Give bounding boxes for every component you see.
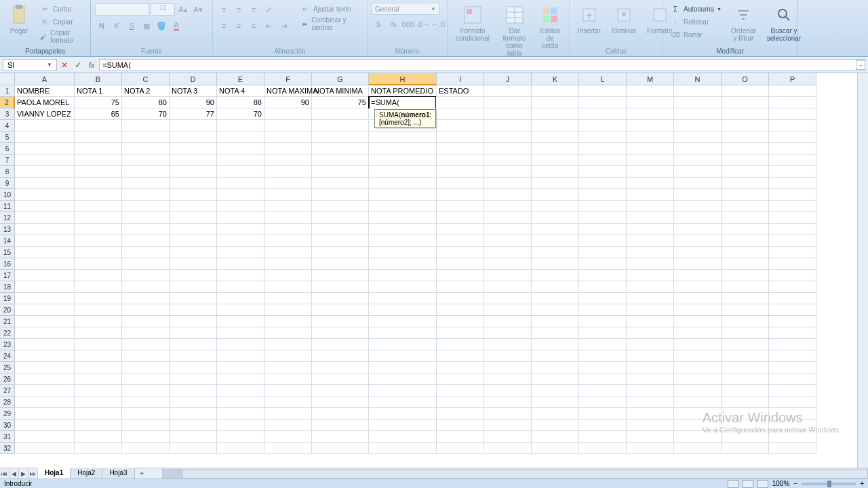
cell[interactable]	[15, 224, 75, 235]
cell[interactable]	[75, 385, 122, 396]
cell[interactable]	[437, 304, 484, 316]
cell[interactable]	[579, 293, 627, 304]
cell[interactable]	[627, 420, 674, 431]
cell[interactable]	[769, 316, 816, 327]
cell[interactable]	[15, 189, 75, 201]
cell[interactable]	[312, 443, 369, 454]
format-table-button[interactable]: Dar formato como tabla	[496, 3, 532, 58]
cell[interactable]: NOTA PROMEDIO	[369, 85, 437, 97]
cell[interactable]	[484, 224, 532, 235]
cell[interactable]	[217, 143, 264, 155]
cell[interactable]	[170, 224, 217, 235]
cell[interactable]	[722, 131, 769, 143]
next-sheet-icon[interactable]: ▶	[19, 469, 28, 479]
cell[interactable]	[312, 327, 369, 339]
cell[interactable]	[484, 143, 532, 155]
cell[interactable]	[579, 373, 627, 385]
cell[interactable]	[217, 339, 264, 350]
cell[interactable]	[532, 166, 579, 178]
cell[interactable]	[674, 304, 722, 316]
cell[interactable]	[75, 189, 122, 201]
cell[interactable]	[15, 385, 75, 396]
cell[interactable]	[264, 224, 312, 235]
cell[interactable]	[264, 270, 312, 281]
cell[interactable]	[484, 373, 532, 385]
cell[interactable]	[217, 201, 264, 212]
cell[interactable]	[170, 385, 217, 396]
cell[interactable]	[437, 166, 484, 178]
cell[interactable]	[532, 396, 579, 408]
cell[interactable]	[722, 443, 769, 454]
row-header[interactable]: 2	[0, 97, 15, 108]
cell[interactable]	[532, 304, 579, 316]
thousands-icon[interactable]: 000	[401, 18, 415, 31]
cell[interactable]	[532, 408, 579, 420]
align-right-icon[interactable]: ≡	[247, 19, 260, 33]
select-all-corner[interactable]	[0, 73, 15, 85]
cell[interactable]	[122, 350, 170, 362]
cell[interactable]	[627, 143, 674, 155]
cell[interactable]	[75, 420, 122, 431]
cell[interactable]	[217, 293, 264, 304]
row-header[interactable]: 4	[0, 120, 15, 131]
cell[interactable]	[170, 178, 217, 189]
cell[interactable]	[579, 408, 627, 420]
cell[interactable]	[312, 143, 369, 155]
cell[interactable]	[122, 385, 170, 396]
cell[interactable]	[264, 385, 312, 396]
cell[interactable]	[579, 443, 627, 454]
indent-decrease-icon[interactable]: ⇤	[262, 19, 275, 33]
cell[interactable]	[75, 235, 122, 247]
cell[interactable]	[170, 408, 217, 420]
cell[interactable]	[369, 350, 437, 362]
cell[interactable]	[674, 362, 722, 373]
cell[interactable]	[170, 166, 217, 178]
cell[interactable]	[75, 178, 122, 189]
zoom-slider[interactable]	[802, 483, 856, 485]
column-header[interactable]: D	[170, 73, 217, 85]
cell[interactable]	[15, 316, 75, 327]
prev-sheet-icon[interactable]: ◀	[9, 469, 19, 479]
cell[interactable]	[369, 443, 437, 454]
cell[interactable]	[722, 120, 769, 131]
row-header[interactable]: 32	[0, 443, 15, 454]
row-header[interactable]: 6	[0, 143, 15, 155]
cell[interactable]	[769, 443, 816, 454]
cell[interactable]	[15, 373, 75, 385]
cell[interactable]	[369, 362, 437, 373]
cell[interactable]	[15, 304, 75, 316]
row-header[interactable]: 31	[0, 431, 15, 443]
cell[interactable]	[217, 131, 264, 143]
cell[interactable]	[722, 339, 769, 350]
row-header[interactable]: 21	[0, 316, 15, 327]
cell[interactable]	[769, 108, 816, 120]
cell[interactable]	[122, 362, 170, 373]
cell[interactable]: 90	[264, 97, 312, 108]
cell[interactable]	[627, 97, 674, 108]
cell[interactable]	[312, 362, 369, 373]
cell[interactable]	[769, 143, 816, 155]
cell[interactable]	[217, 189, 264, 201]
decrease-font-icon[interactable]: A▾	[191, 3, 205, 16]
cell[interactable]	[369, 396, 437, 408]
cell[interactable]	[170, 120, 217, 131]
cell[interactable]	[264, 304, 312, 316]
cell[interactable]	[722, 304, 769, 316]
cell[interactable]	[217, 304, 264, 316]
cell[interactable]	[264, 120, 312, 131]
cell[interactable]	[722, 316, 769, 327]
cell[interactable]	[437, 120, 484, 131]
cell[interactable]	[170, 396, 217, 408]
cell[interactable]	[170, 143, 217, 155]
cell[interactable]	[217, 247, 264, 258]
cell[interactable]	[122, 178, 170, 189]
cell[interactable]	[627, 108, 674, 120]
cell[interactable]	[122, 443, 170, 454]
cell[interactable]	[484, 281, 532, 293]
cell[interactable]: 90	[170, 97, 217, 108]
cell[interactable]	[769, 247, 816, 258]
cell[interactable]	[217, 258, 264, 270]
cell[interactable]	[627, 201, 674, 212]
cell[interactable]	[674, 235, 722, 247]
cell[interactable]	[122, 258, 170, 270]
